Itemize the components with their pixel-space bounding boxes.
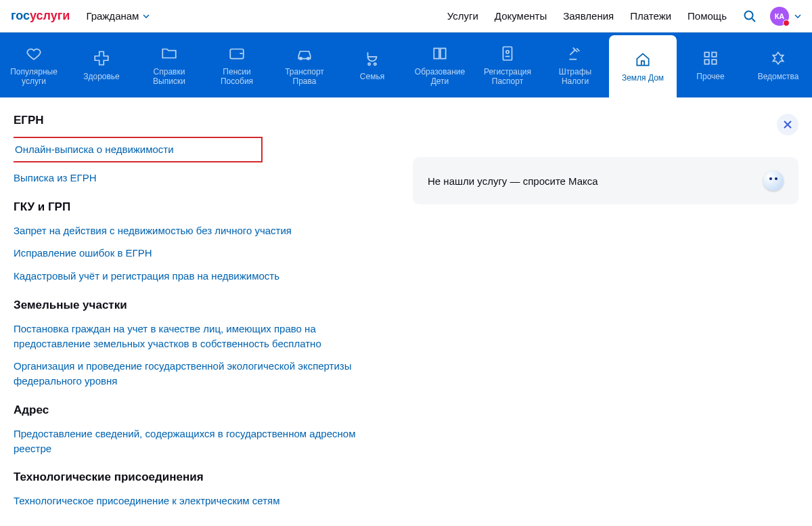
book-icon — [430, 44, 449, 63]
car-icon — [295, 44, 314, 63]
service-link[interactable]: Запрет на действия с недвижимостью без л… — [14, 223, 384, 238]
header-nav: Услуги Документы Заявления Платежи Помощ… — [447, 10, 727, 22]
category-label: Прочее — [696, 72, 724, 81]
section-title: ЕГРН — [14, 114, 384, 127]
nav-services[interactable]: Услуги — [447, 10, 478, 22]
service-link[interactable]: Организация и проведение государственной… — [14, 359, 384, 389]
service-link[interactable]: Предоставление сведений, содержащихся в … — [14, 426, 384, 456]
category-tab-5[interactable]: Семья — [338, 32, 406, 97]
close-icon — [783, 120, 792, 129]
service-link[interactable]: Исправление ошибок в ЕГРН — [14, 246, 384, 261]
category-tab-1[interactable]: Здоровье — [68, 32, 135, 97]
close-button[interactable] — [777, 114, 798, 135]
ask-text: Не нашли услугу — спросите Макса — [428, 175, 598, 187]
assistant-column: Не нашли услугу — спросите Макса — [413, 114, 798, 517]
category-label: Здоровье — [83, 72, 120, 81]
nav-payments[interactable]: Платежи — [630, 10, 671, 22]
heart-icon — [24, 44, 43, 63]
svg-point-5 — [368, 63, 370, 65]
logo[interactable]: госуслуги — [11, 9, 70, 23]
category-tab-0[interactable]: Популярные услуги — [0, 32, 68, 97]
category-label: Регистрация Паспорт — [484, 67, 531, 87]
category-tab-6[interactable]: Образование Дети — [406, 32, 474, 97]
gavel-icon — [566, 44, 585, 63]
services-scroll[interactable]: ЕГРНОнлайн-выписка о недвижимостиВыписка… — [14, 114, 392, 517]
svg-rect-12 — [712, 60, 717, 64]
section-title: ГКУ и ГРП — [14, 200, 384, 214]
svg-rect-11 — [704, 60, 709, 64]
category-label: Справки Выписки — [153, 67, 185, 87]
category-label: Популярные услуги — [10, 67, 58, 87]
category-label: Образование Дети — [415, 67, 465, 87]
category-tab-8[interactable]: Штрафы Налоги — [541, 32, 609, 97]
chevron-down-icon — [794, 14, 801, 18]
svg-rect-9 — [704, 52, 709, 57]
svg-point-6 — [374, 63, 376, 65]
stroller-icon — [363, 49, 382, 68]
nav-documents[interactable]: Документы — [495, 10, 547, 22]
chevron-down-icon — [143, 14, 150, 18]
category-bar: Популярные услугиЗдоровьеСправки Выписки… — [0, 32, 812, 97]
service-link[interactable]: Онлайн-выписка о недвижимости — [14, 137, 263, 162]
grid-icon — [701, 49, 720, 68]
category-tab-9[interactable]: Земля Дом — [609, 35, 677, 97]
service-link[interactable]: Выписка из ЕГРН — [14, 171, 384, 185]
nav-applications[interactable]: Заявления — [563, 10, 614, 22]
category-label: Земля Дом — [622, 73, 664, 83]
svg-point-0 — [745, 11, 753, 19]
category-label: Транспорт Права — [285, 67, 324, 87]
audience-dropdown[interactable]: Гражданам — [86, 10, 150, 22]
svg-rect-10 — [712, 52, 717, 57]
top-header: госуслуги Гражданам Услуги Документы Зая… — [0, 0, 812, 32]
logo-part-1: гос — [11, 9, 30, 22]
category-label: Пенсии Пособия — [221, 67, 253, 87]
svg-point-8 — [506, 50, 509, 53]
service-link[interactable]: Кадастровый учёт и регистрация прав на н… — [14, 269, 384, 284]
service-link[interactable]: Технологическое присоединение к электрич… — [14, 494, 384, 508]
services-column: ЕГРНОнлайн-выписка о недвижимостиВыписка… — [14, 114, 392, 517]
plus-icon — [92, 49, 111, 68]
svg-line-1 — [752, 18, 756, 22]
service-link[interactable]: Постановка граждан на учет в качестве ли… — [14, 322, 384, 351]
section-title: Земельные участки — [14, 299, 384, 312]
category-label: Штрафы Налоги — [559, 67, 591, 87]
category-tab-4[interactable]: Транспорт Права — [271, 32, 338, 97]
nav-help[interactable]: Помощь — [687, 10, 727, 22]
category-tab-10[interactable]: Прочее — [677, 32, 744, 97]
category-label: Ведомства — [758, 72, 799, 81]
section-title: Адрес — [14, 403, 384, 417]
search-icon — [743, 9, 757, 23]
category-tab-7[interactable]: Регистрация Паспорт — [474, 32, 541, 97]
avatar: КА — [770, 7, 789, 26]
logo-part-2: услуги — [30, 9, 70, 22]
wallet-icon — [227, 44, 246, 63]
category-tab-3[interactable]: Пенсии Пособия — [203, 32, 271, 97]
category-tab-2[interactable]: Справки Выписки — [135, 32, 203, 97]
category-tab-11[interactable]: Ведомства — [744, 32, 812, 97]
home-icon — [633, 50, 652, 69]
section-title: Технологические присоединения — [14, 470, 384, 484]
search-button[interactable] — [743, 9, 757, 23]
main-content: ЕГРНОнлайн-выписка о недвижимостиВыписка… — [0, 97, 812, 517]
eagle-icon — [769, 49, 788, 68]
audience-label: Гражданам — [86, 10, 139, 22]
folder-icon — [160, 44, 179, 63]
user-menu[interactable]: КА — [770, 7, 801, 26]
bot-icon — [763, 171, 784, 191]
passport-icon — [498, 44, 517, 63]
category-label: Семья — [360, 72, 384, 81]
ask-assistant-box[interactable]: Не нашли услугу — спросите Макса — [413, 157, 798, 204]
